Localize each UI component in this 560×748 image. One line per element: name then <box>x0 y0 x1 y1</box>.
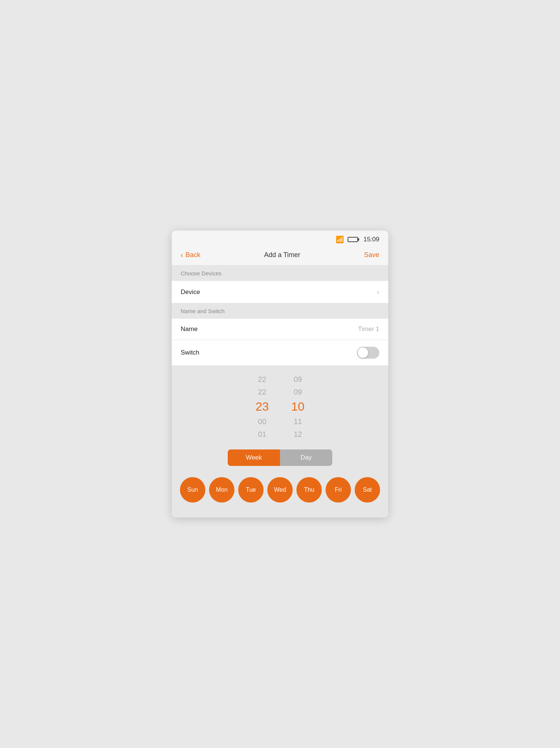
hour-item-selected: 23 <box>255 398 269 415</box>
name-row[interactable]: Name Timer 1 <box>172 319 388 340</box>
mode-toggle: Week Day <box>228 449 332 466</box>
time-picker: 22 22 23 00 01 09 09 10 11 12 <box>172 373 388 441</box>
name-value: Timer 1 <box>358 325 379 333</box>
switch-label: Switch <box>181 349 199 356</box>
hour-item-0: 22 <box>258 373 266 386</box>
minute-item-selected: 10 <box>291 398 305 415</box>
day-circle-tue[interactable]: Tue <box>238 477 264 503</box>
save-button[interactable]: Save <box>364 251 379 259</box>
hour-item-3: 00 <box>258 415 266 428</box>
toggle-knob <box>358 347 368 358</box>
status-bar: 📶 15:09 <box>172 231 388 247</box>
minute-item-3: 11 <box>294 415 302 428</box>
day-mode-button[interactable]: Day <box>280 449 332 466</box>
hour-picker-col: 22 22 23 00 01 <box>255 373 269 441</box>
day-circle-wed[interactable]: Wed <box>267 477 293 503</box>
battery-icon <box>348 237 358 242</box>
back-label: Back <box>186 251 200 259</box>
day-circle-thu[interactable]: Thu <box>296 477 322 503</box>
name-switch-header: Name and Switch <box>172 303 388 319</box>
device-chevron-icon: › <box>377 288 379 296</box>
device-row[interactable]: Device › <box>172 281 388 303</box>
choose-devices-header: Choose Devices <box>172 266 388 281</box>
name-label: Name <box>181 325 197 333</box>
day-circle-fri[interactable]: Fri <box>326 477 351 503</box>
back-button[interactable]: ‹ Back <box>181 251 200 259</box>
minute-item-4: 12 <box>294 428 302 441</box>
nav-bar: ‹ Back Add a Timer Save <box>172 247 388 266</box>
back-chevron-icon: ‹ <box>181 251 183 259</box>
week-mode-button[interactable]: Week <box>228 449 280 466</box>
minute-picker-col: 09 09 10 11 12 <box>291 373 305 441</box>
minute-item-1: 09 <box>294 386 302 398</box>
hour-item-1: 22 <box>258 386 266 398</box>
time-picker-section: 22 22 23 00 01 09 09 10 11 12 Week Day S… <box>172 365 388 517</box>
day-circle-sun[interactable]: Sun <box>180 477 205 503</box>
device-label: Device <box>181 288 200 296</box>
switch-toggle[interactable] <box>357 347 379 359</box>
day-circle-mon[interactable]: Mon <box>209 477 234 503</box>
switch-row: Switch <box>172 340 388 365</box>
status-time: 15:09 <box>363 236 379 243</box>
hour-item-4: 01 <box>258 428 266 441</box>
days-row: SunMonTueWedThuFriSat <box>172 473 388 514</box>
day-circle-sat[interactable]: Sat <box>355 477 380 503</box>
minute-item-0: 09 <box>294 373 302 386</box>
phone-frame: 📶 15:09 ‹ Back Add a Timer Save Choose D… <box>172 231 388 517</box>
page-title: Add a Timer <box>264 251 300 259</box>
wifi-icon: 📶 <box>336 235 344 244</box>
